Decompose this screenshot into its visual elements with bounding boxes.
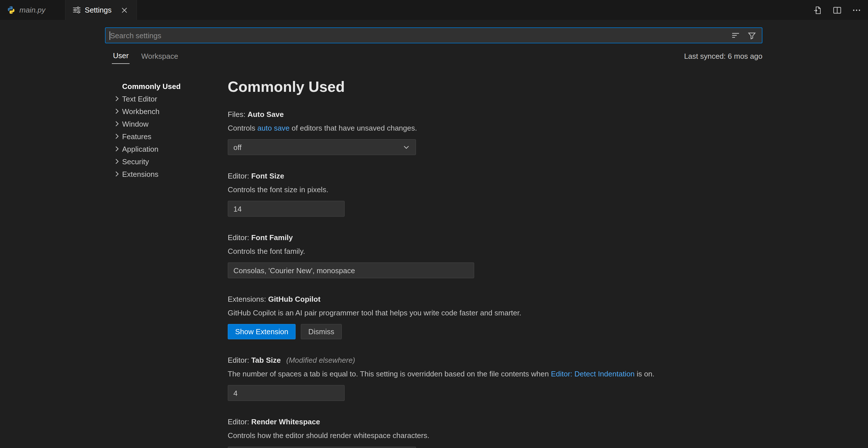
setting-editor-tab-size: Editor: Tab Size (Modified elsewhere) Th…	[228, 355, 868, 401]
clear-search-icon[interactable]	[730, 30, 741, 41]
toc-item-text-editor[interactable]: Text Editor	[112, 92, 228, 105]
chevron-down-icon	[402, 143, 410, 151]
chevron-right-icon	[112, 132, 122, 141]
toc-item-workbench[interactable]: Workbench	[112, 105, 228, 118]
vscode-settings-window: main.py Settings	[0, 0, 868, 448]
setting-title: Files: Auto Save	[228, 109, 868, 120]
setting-description: Controls the font family.	[228, 246, 868, 257]
open-settings-json-icon[interactable]	[812, 4, 824, 16]
toc-item-extensions[interactable]: Extensions	[112, 168, 228, 180]
settings-body: Commonly Used Text Editor Workbench Wind…	[0, 64, 868, 448]
toc-item-window[interactable]: Window	[112, 118, 228, 130]
chevron-right-icon	[112, 94, 122, 103]
toc-item-features[interactable]: Features	[112, 130, 228, 142]
tab-label: Settings	[85, 6, 112, 14]
setting-description: The number of spaces a tab is equal to. …	[228, 369, 868, 379]
setting-files-auto-save: Files: Auto Save Controls auto save of e…	[228, 109, 868, 155]
scope-tabs-row: User Workspace Last synced: 6 mos ago	[0, 49, 868, 64]
auto-save-link[interactable]: auto save	[257, 124, 290, 132]
setting-title: Editor: Tab Size (Modified elsewhere)	[228, 355, 868, 365]
setting-description: Controls how the editor should render wh…	[228, 430, 868, 441]
chevron-right-icon	[112, 157, 122, 166]
settings-search-row	[0, 20, 868, 49]
font-family-input[interactable]	[228, 262, 474, 278]
settings-toc: Commonly Used Text Editor Workbench Wind…	[112, 77, 228, 448]
setting-description: GitHub Copilot is an AI pair programmer …	[228, 308, 868, 318]
chevron-right-icon	[112, 107, 122, 116]
setting-title: Extensions: GitHub Copilot	[228, 294, 868, 305]
auto-save-select[interactable]: off	[228, 139, 416, 155]
modified-elsewhere-annotation: (Modified elsewhere)	[286, 356, 355, 364]
setting-title: Editor: Font Size	[228, 171, 868, 181]
close-tab-icon[interactable]	[119, 5, 129, 15]
font-size-input[interactable]	[228, 201, 345, 217]
show-extension-button[interactable]: Show Extension	[228, 324, 296, 339]
setting-extensions-github-copilot: Extensions: GitHub Copilot GitHub Copilo…	[228, 294, 868, 339]
toc-item-security[interactable]: Security	[112, 155, 228, 168]
editor-actions	[812, 0, 862, 20]
split-editor-icon[interactable]	[832, 4, 843, 16]
page-title: Commonly Used	[228, 77, 868, 96]
search-actions	[730, 30, 762, 41]
setting-editor-font-size: Editor: Font Size Controls the font size…	[228, 171, 868, 217]
text-cursor	[110, 31, 110, 40]
setting-title: Editor: Font Family	[228, 233, 868, 243]
chevron-right-icon	[112, 169, 122, 179]
settings-sliders-icon	[72, 6, 81, 14]
settings-list: Commonly Used Files: Auto Save Controls …	[228, 77, 868, 448]
setting-description: Controls auto save of editors that have …	[228, 123, 868, 133]
setting-editor-font-family: Editor: Font Family Controls the font fa…	[228, 233, 868, 278]
render-whitespace-select[interactable]	[228, 447, 416, 448]
tab-size-input[interactable]	[228, 385, 345, 401]
dismiss-button[interactable]: Dismiss	[301, 324, 342, 339]
setting-title: Editor: Render Whitespace	[228, 417, 868, 427]
tab-main-py[interactable]: main.py	[0, 0, 65, 20]
editor-tab-bar: main.py Settings	[0, 0, 868, 20]
search-input[interactable]	[105, 28, 730, 43]
setting-description: Controls the font size in pixels.	[228, 185, 868, 195]
chevron-right-icon	[112, 144, 122, 153]
tab-label: main.py	[20, 6, 45, 14]
settings-search-box	[105, 27, 763, 43]
scope-tab-user[interactable]: User	[112, 51, 130, 64]
toc-item-commonly-used[interactable]: Commonly Used	[112, 80, 228, 92]
toc-item-application[interactable]: Application	[112, 142, 228, 155]
setting-editor-render-whitespace: Editor: Render Whitespace Controls how t…	[228, 417, 868, 448]
scope-tab-workspace[interactable]: Workspace	[140, 52, 180, 64]
filter-icon[interactable]	[746, 30, 757, 41]
more-actions-icon[interactable]	[851, 4, 862, 16]
detect-indentation-link[interactable]: Editor: Detect Indentation	[551, 370, 634, 378]
sync-status: Last synced: 6 mos ago	[684, 52, 763, 64]
python-file-icon	[7, 6, 16, 14]
chevron-right-icon	[112, 119, 122, 128]
tab-settings[interactable]: Settings	[65, 0, 137, 20]
